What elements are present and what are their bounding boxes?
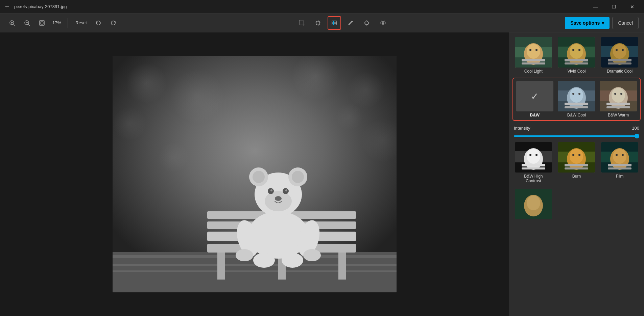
window-title: pexels-pixabay-207891.jpg [14,4,67,9]
selected-filter-row: ✓ B&W [515,80,639,119]
filter-bw[interactable]: ✓ B&W [515,80,555,119]
zoom-controls: 17% [5,16,64,30]
svg-point-97 [572,93,574,95]
close-button[interactable]: ✕ [624,2,640,12]
svg-rect-100 [565,106,588,108]
save-options-button[interactable]: Save options ▾ [565,17,610,29]
filter-bw-high-contrast[interactable]: B&W HighContrast [512,141,554,185]
erase-tool-button[interactable] [360,16,374,30]
intensity-slider-thumb[interactable] [635,134,639,138]
svg-point-73 [529,49,531,51]
markup-tool-button[interactable] [344,16,357,30]
save-options-arrow: ▾ [602,20,604,26]
svg-point-80 [570,44,583,59]
svg-rect-116 [522,167,545,169]
fit-button[interactable] [35,16,49,30]
svg-line-17 [316,24,316,25]
filter-bw-cool-label: B&W Cool [567,113,586,117]
filter-bw-warm-thumb [600,81,637,111]
svg-point-32 [126,63,167,103]
filter-bw-high-contrast-label: B&W HighContrast [524,174,543,183]
selected-filter-group: ✓ B&W [512,78,641,121]
svg-point-130 [622,154,624,156]
svg-line-1 [14,24,15,26]
minimize-button[interactable]: — [588,2,603,12]
svg-rect-123 [565,164,588,166]
filter-film-thumb [601,142,638,173]
svg-point-88 [613,44,626,59]
redo-button[interactable] [106,16,120,30]
filter-bw-warm[interactable]: B&W Warm [598,80,639,119]
svg-rect-84 [565,62,588,64]
svg-point-90 [622,49,624,51]
zoom-in-button[interactable] [5,16,19,30]
back-button[interactable]: ← [4,3,10,10]
save-options-label: Save options [570,20,600,26]
undo-button[interactable] [92,16,105,30]
filter-film[interactable]: Film [599,141,641,185]
filter-bw-thumb: ✓ [516,81,553,111]
svg-rect-7 [40,21,44,25]
svg-rect-115 [522,164,545,166]
reset-button[interactable]: Reset [72,18,90,27]
svg-point-105 [614,93,616,95]
svg-point-112 [527,149,540,164]
svg-rect-8 [41,22,43,24]
svg-point-65 [253,253,275,268]
svg-point-54 [253,171,265,183]
filter-thumb-cool-light [515,37,552,68]
crop-tool-button[interactable] [295,16,309,30]
svg-point-33 [170,70,224,124]
svg-rect-91 [608,59,631,61]
filter-extra-1-thumb [515,189,552,219]
filter-vivid-cool-label: Vivid Cool [568,69,586,74]
filter-row-3: B&W HighContrast Burn [512,141,641,185]
svg-point-38 [158,142,189,173]
svg-rect-46 [217,253,225,280]
svg-line-14 [316,21,316,21]
intensity-slider[interactable] [514,135,639,137]
filter-cool-light[interactable]: Cool Light [512,36,554,75]
maximize-button[interactable]: ❐ [606,2,622,12]
main-image [113,56,397,292]
svg-rect-131 [608,164,631,166]
svg-rect-48 [338,253,346,280]
filter-extra-1[interactable] [512,187,554,220]
svg-line-5 [28,24,30,26]
svg-rect-75 [522,59,545,61]
svg-point-68 [303,249,321,261]
svg-point-66 [282,253,303,268]
filter-bw-label: B&W [530,113,540,117]
svg-line-30 [381,21,382,21]
cancel-button[interactable]: Cancel [612,17,639,29]
filter-bw-cool-thumb [558,81,595,111]
svg-point-72 [527,44,540,59]
zoom-out-button[interactable] [20,16,34,30]
svg-rect-42 [113,264,397,266]
svg-line-15 [319,24,320,25]
svg-point-120 [570,149,583,164]
filter-vivid-cool[interactable]: Vivid Cool [556,36,598,75]
svg-point-62 [275,196,282,201]
filter-thumb-vivid-cool [558,37,595,68]
filter-thumb-dramatic-cool [601,37,638,68]
window-controls: — ❐ ✕ [588,2,640,12]
svg-point-106 [620,93,622,95]
filter-burn[interactable]: Burn [556,141,598,185]
intensity-slider-row[interactable] [512,135,641,141]
filters-tool-button[interactable] [328,16,341,30]
svg-point-74 [535,49,538,51]
svg-point-60 [270,189,272,191]
svg-point-39 [336,103,363,130]
svg-point-114 [535,154,538,156]
filter-burn-label: Burn [572,174,581,179]
brightness-tool-button[interactable] [311,16,325,30]
filter-dramatic-cool[interactable]: Dramatic Cool [599,36,641,75]
filter-bw-cool[interactable]: B&W Cool [556,80,597,119]
svg-marker-24 [364,21,369,25]
canvas-area[interactable] [0,32,509,316]
intensity-value: 100 [632,126,639,131]
filter-row-1: Cool Light Vivid Cool [512,36,641,75]
redeye-tool-button[interactable] [376,16,390,30]
svg-line-29 [384,21,385,21]
